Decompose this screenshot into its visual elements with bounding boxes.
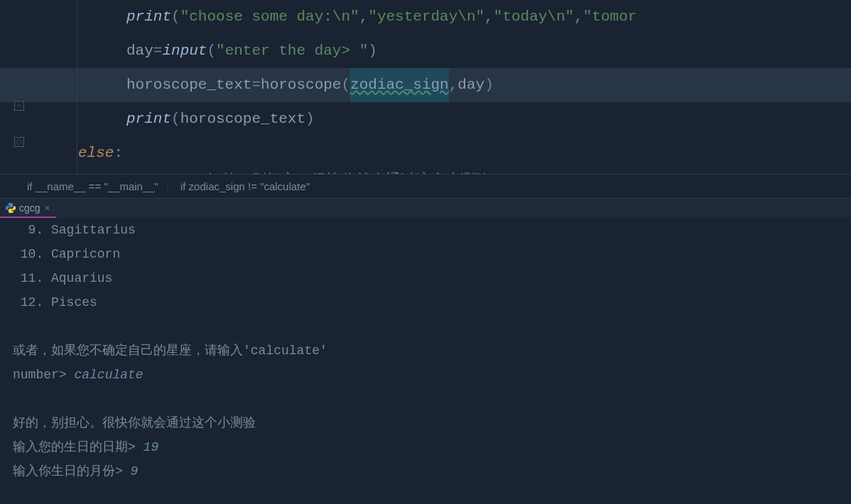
- code-content[interactable]: print("choose some day:\n", "yesterday\n…: [0, 0, 851, 174]
- terminal-line: 输入你生日的月份> 9: [13, 459, 838, 483]
- terminal-tab-bar: cgcg ×: [0, 198, 851, 218]
- python-icon: [6, 203, 16, 213]
- code-line[interactable]: print("\n好的，别担心。很快你就会通过这个小测验"): [78, 170, 851, 174]
- terminal-line: 输入您的生日的日期> 19: [13, 435, 838, 459]
- terminal-line: 10. Capricorn: [13, 242, 838, 266]
- function-call: input: [162, 34, 207, 68]
- function-call: horoscope: [261, 68, 341, 102]
- string-literal: "today\n": [494, 0, 574, 34]
- terminal-line: 11. Aquarius: [13, 266, 838, 290]
- code-line-current[interactable]: horoscope_text = horoscope(zodiac_sign, …: [0, 68, 851, 102]
- function-call: print: [126, 0, 171, 34]
- variable: day: [126, 34, 153, 68]
- terminal-tab-active[interactable]: cgcg ×: [0, 199, 56, 218]
- string-literal: "\n好的，别担心。很快你就会通过这个小测验": [180, 170, 499, 174]
- terminal-line: 12. Pisces: [13, 290, 838, 314]
- prompt-text: 输入您的生日的日期>: [13, 440, 143, 454]
- breadcrumb-item[interactable]: if zodiac_sign != "calculate": [180, 180, 310, 192]
- user-input: 19: [143, 440, 159, 454]
- fold-icon[interactable]: ⌂: [14, 101, 24, 111]
- string-literal: "tomor: [583, 0, 637, 34]
- code-line[interactable]: else:: [78, 136, 851, 170]
- user-input: calculate: [74, 368, 143, 382]
- terminal-line: 好的，别担心。很快你就会通过这个小测验: [13, 411, 838, 435]
- terminal-line: number> calculate: [13, 363, 838, 387]
- code-line[interactable]: print("choose some day:\n", "yesterday\n…: [78, 0, 851, 34]
- code-line[interactable]: day = input("enter the day> "): [78, 34, 851, 68]
- function-call: print: [126, 170, 171, 174]
- chevron-right-icon: 〉: [166, 181, 173, 192]
- terminal-line: 9. Sagittarius: [13, 218, 838, 242]
- string-literal: "enter the day> ": [216, 34, 368, 68]
- keyword-else: else: [78, 136, 114, 170]
- code-editor[interactable]: ⌂ ⬡ print("choose some day:\n", "yesterd…: [0, 0, 851, 174]
- function-call: print: [126, 102, 171, 136]
- variable: horoscope_text: [126, 68, 251, 102]
- breadcrumb: if __name__ == "__main__" 〉 if zodiac_si…: [0, 174, 851, 198]
- argument: horoscope_text: [180, 102, 305, 136]
- code-line[interactable]: print(horoscope_text): [78, 102, 851, 136]
- fold-icon[interactable]: ⬡: [14, 137, 24, 147]
- string-literal: "yesterday\n": [368, 0, 484, 34]
- prompt-text: number>: [13, 368, 74, 382]
- selected-argument: zodiac_sign: [350, 68, 449, 102]
- blank-line: [13, 314, 838, 339]
- close-icon[interactable]: ×: [45, 202, 50, 214]
- breadcrumb-item[interactable]: if __name__ == "__main__": [27, 180, 158, 192]
- blank-line: [13, 387, 838, 411]
- string-literal: "choose some day:\n": [180, 0, 359, 34]
- terminal-line: 或者，如果您不确定自己的星座，请输入'calculate': [13, 339, 838, 363]
- user-input: 9: [131, 464, 139, 478]
- prompt-text: 输入你生日的月份>: [13, 464, 131, 478]
- terminal-output[interactable]: 9. Sagittarius 10. Capricorn 11. Aquariu…: [0, 218, 851, 504]
- terminal-tab-label: cgcg: [19, 202, 40, 214]
- argument: day: [457, 68, 484, 102]
